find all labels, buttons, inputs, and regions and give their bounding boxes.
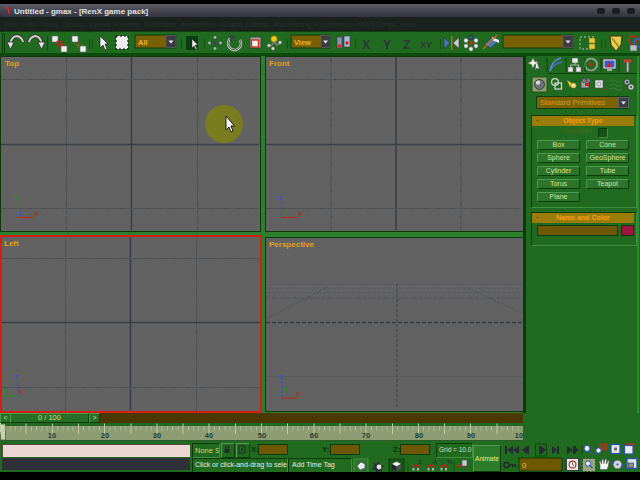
svg-text:XY: XY bbox=[420, 40, 432, 50]
svg-text:z: z bbox=[14, 372, 18, 381]
svg-text:80: 80 bbox=[415, 431, 423, 440]
svg-text:50: 50 bbox=[258, 431, 266, 440]
svg-text:90: 90 bbox=[467, 431, 475, 440]
svg-text:z: z bbox=[278, 193, 282, 202]
svg-text:Z: Z bbox=[403, 38, 411, 52]
svg-text:x: x bbox=[296, 389, 301, 398]
svg-text:x: x bbox=[34, 209, 39, 218]
svg-text:y: y bbox=[14, 192, 19, 201]
svg-text:%: % bbox=[447, 459, 453, 465]
svg-text:3: 3 bbox=[418, 459, 422, 465]
svg-text:z: z bbox=[18, 209, 22, 218]
svg-text:y: y bbox=[3, 386, 8, 395]
svg-text:60: 60 bbox=[310, 431, 318, 440]
svg-text:100: 100 bbox=[515, 431, 523, 440]
svg-text:30: 30 bbox=[153, 431, 161, 440]
svg-text:40: 40 bbox=[205, 431, 213, 440]
svg-text:10: 10 bbox=[48, 431, 56, 440]
svg-text:All: All bbox=[138, 38, 148, 47]
svg-text:x: x bbox=[298, 209, 303, 218]
svg-text:A: A bbox=[433, 459, 437, 465]
svg-text:x: x bbox=[19, 387, 24, 396]
svg-text:70: 70 bbox=[362, 431, 370, 440]
svg-text:y: y bbox=[283, 384, 288, 393]
svg-text:View: View bbox=[294, 38, 311, 47]
svg-text:Y: Y bbox=[383, 38, 392, 52]
svg-text:20: 20 bbox=[101, 431, 109, 440]
svg-text:0: 0 bbox=[522, 461, 527, 470]
svg-text:X: X bbox=[362, 38, 371, 52]
svg-text:z: z bbox=[279, 372, 283, 381]
